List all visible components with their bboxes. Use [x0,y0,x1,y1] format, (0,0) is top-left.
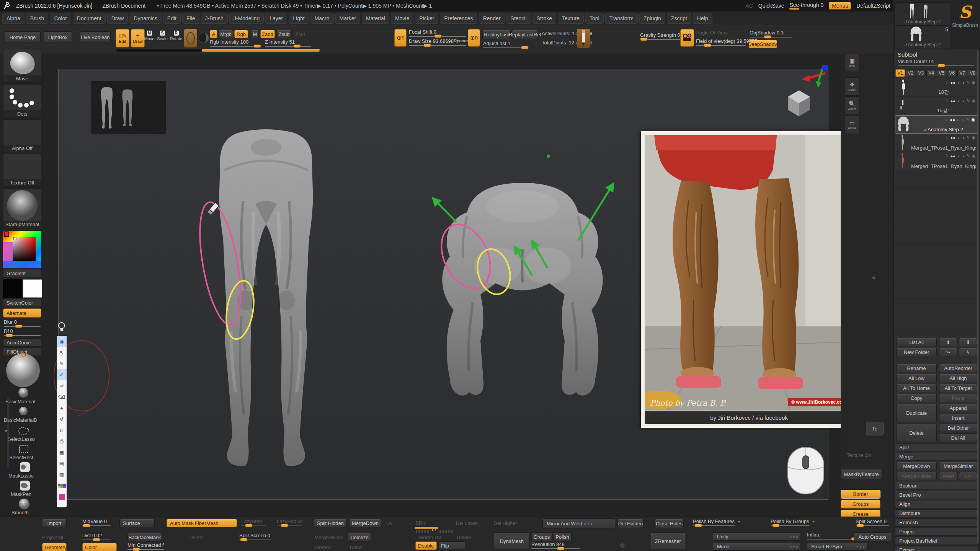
alternate-button[interactable]: Alternate [3,308,41,318]
lightbulb-icon[interactable] [57,321,67,333]
tab-v5[interactable]: V5 [937,69,946,77]
draw-size-icon[interactable]: ⊕S [394,29,407,47]
append-button[interactable]: Append [939,404,977,412]
rgb-intensity-slider[interactable]: Rgb Intensity 100 [210,39,261,47]
zoom-canvas-button[interactable]: 🔍Zoom [844,96,860,115]
adjust-last-slider[interactable]: AdjustLast 1 [483,41,526,48]
menu-layer[interactable]: Layer [265,13,287,24]
menu-dynamics[interactable]: Dynamics [129,13,161,24]
double-button[interactable]: Double [415,541,437,550]
move-to-folder-button[interactable]: ↪ [939,348,957,356]
del-lower-button[interactable]: Del Lower [456,519,479,527]
menu-render[interactable]: Render [479,13,505,24]
color-button[interactable]: Color [82,543,117,551]
zremesher-button[interactable]: ZRemesher [651,532,685,550]
auto-mask-fibermesh-button[interactable]: Auto Mask FiberMesh [167,519,237,527]
reference-photo-panel[interactable]: Photo by Petra B. P. © www.JiriBorkovec.… [641,131,857,428]
section-merge[interactable]: Merge [895,453,978,461]
sdiv-scroll-arrows[interactable]: ▲▼ [431,528,437,531]
focal-shift-slider[interactable]: Focal Shift 0 [409,29,466,37]
basic-material-thumb[interactable] [17,387,30,398]
bottom-split-screen-left-slider[interactable]: Split Screen 0 [239,533,271,540]
rename-button[interactable]: Rename [896,364,937,372]
del-hidden-button[interactable]: Del Hidden [617,519,644,528]
new-folder-button[interactable]: New Folder [896,348,937,356]
menu-zscript[interactable]: Zscript [667,13,691,24]
menu-edit[interactable]: Edit [163,13,181,24]
move-out-folder-button[interactable]: ↳ [959,348,977,356]
printer-icon[interactable]: ⎙ [57,436,67,447]
select-rect-label[interactable]: SelectRect [9,455,33,460]
color-palette-icon[interactable] [57,480,67,491]
lightbox-button[interactable]: LightBox [44,31,72,43]
bottom-delete-button[interactable]: Delete [188,533,205,541]
color-preview-sphere[interactable] [5,351,41,388]
lazy-step-slider[interactable]: LazyStep [241,518,266,526]
uv-button[interactable]: Uv [959,472,977,480]
actual-size-button[interactable]: ▭Actual [844,116,860,134]
section-extract[interactable]: Extract [895,546,978,551]
mask-pen-label[interactable]: MaskPen [11,491,31,497]
section-boolean[interactable]: Boolean [895,482,978,490]
tab-v8[interactable]: V8 [968,69,977,77]
menus-toggle-button[interactable]: Menus [829,2,851,10]
polish-features-dot-icon[interactable]: ● [738,519,740,523]
select-rect-icon[interactable] [18,445,29,455]
menu-draw[interactable]: Draw [107,13,128,24]
eraser-icon[interactable]: ⌫ [57,391,67,403]
mirror-and-weld-button[interactable]: Mirror And Weldx y z [542,518,615,528]
subtool-row-empty[interactable] [895,262,978,280]
subtool-row-empty[interactable] [895,207,978,225]
poly-count-icon[interactable]: ⇩ [945,80,948,85]
del-other-button[interactable]: Del Other [939,424,977,432]
menu-jbrush[interactable]: J-Brush [201,13,228,24]
bottom-split-screen-right-slider[interactable]: Split Screen 0 [856,518,889,526]
pencil-tool-thumbnail[interactable] [577,28,590,48]
magenta-swatch-icon[interactable] [57,491,67,502]
adjust-last-icon[interactable]: ⊕D [468,29,480,47]
zsub-button[interactable]: Zsub [276,30,292,38]
shelf-progress-bar[interactable] [202,49,320,52]
camera-icon[interactable] [680,29,694,47]
project-all-button[interactable]: ProjectAll [42,533,67,541]
channel-a-button[interactable]: A [210,30,217,38]
copy-button[interactable]: Copy [896,394,937,402]
see-through-slider[interactable]: See-through 0 [789,2,823,10]
current-material-thumbnail[interactable] [198,30,209,46]
image-icon[interactable]: ▦ [57,447,67,458]
switch-color-button[interactable]: SwitchColor [3,298,41,307]
all-to-target-button[interactable]: All To Target [939,384,977,392]
resolution-slider[interactable]: Resolution 848 [531,541,580,549]
subtool-title[interactable]: Subtool [898,51,917,58]
channel-m-button[interactable]: M [251,30,259,38]
duplicate-button[interactable]: Duplicate [896,404,937,422]
groups-polish-button[interactable]: Groups [531,532,552,541]
undo-icon[interactable]: ↺ [57,414,67,425]
select-lasso-label[interactable]: SelectLasso [8,436,35,442]
eye-icon-active[interactable]: ◉ [971,117,975,122]
menu-color[interactable]: Color [50,13,71,24]
live-boolean-button[interactable]: Live Boolean [80,31,111,43]
zadd-button[interactable]: Zadd [260,30,275,38]
bottom-merge-visible-button[interactable]: MergeVisible [312,533,346,541]
basic-material-b-thumb[interactable] [18,406,28,416]
all-low-button[interactable]: All Low [896,374,937,382]
menu-tool[interactable]: Tool [585,13,604,24]
geometry-button[interactable]: Geometry [42,543,67,551]
channel-mrgb-button[interactable]: Mrgb [219,30,233,38]
morph-uv-button[interactable]: Morph UV [418,533,442,541]
quicksave-button[interactable]: QuickSave [758,3,784,9]
dot-brush-icon[interactable]: ● [57,403,67,414]
visible-count-slider[interactable]: Visible Count 14 [898,59,974,66]
section-project-basrelief[interactable]: Project BasRelief [895,537,978,545]
split-hidden-button[interactable]: Split Hidden [314,519,347,527]
perspective-gizmo-icon[interactable] [784,87,814,117]
paste-button[interactable]: Paste [939,394,977,402]
lazy-radius-slider[interactable]: LazyRadius [277,518,302,526]
menu-light[interactable]: Light [289,13,309,24]
subtool-row-empty[interactable] [895,299,978,317]
default-zscript-button[interactable]: DefaultZScript [856,3,890,9]
border-button[interactable]: Border [841,490,880,499]
merge-down-button[interactable]: MergeDown [896,462,937,470]
menu-macro[interactable]: Macro [310,13,334,24]
